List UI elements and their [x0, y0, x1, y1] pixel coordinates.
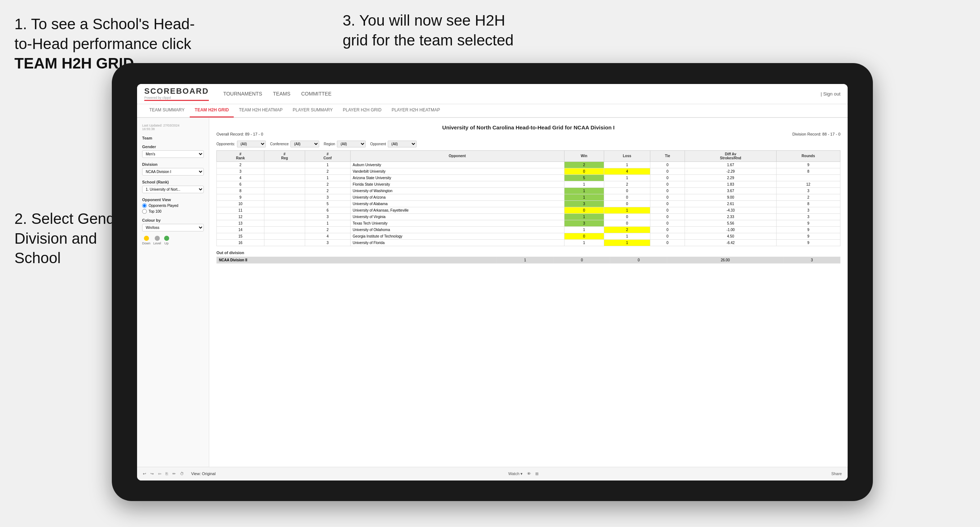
table-row: 12 3 University of Virginia 1 0 0 2.33 3	[217, 213, 840, 220]
cell-diff: 3.67	[685, 187, 776, 194]
opponent-label: Opponent	[370, 142, 386, 146]
level-label: Level	[153, 241, 161, 245]
cell-tie: 0	[650, 187, 685, 194]
tablet-screen: SCOREBOARD Powered by clippd TOURNAMENTS…	[137, 84, 848, 481]
nav-committee[interactable]: COMMITTEE	[301, 89, 331, 98]
cell-conf: 2	[305, 168, 350, 175]
cell-rounds: 12	[776, 181, 840, 187]
cell-reg	[264, 207, 305, 213]
redo-btn[interactable]: ↪	[150, 471, 154, 476]
cell-diff: -6.42	[685, 239, 776, 246]
cell-opponent: Auburn University	[350, 162, 564, 168]
cell-rank: 4	[217, 175, 264, 181]
overall-record: Overall Record: 89 - 17 - 0	[216, 132, 263, 136]
nav-teams[interactable]: TEAMS	[273, 89, 290, 98]
cell-win: 0	[564, 233, 604, 239]
opponent-view-label: Opponent View	[142, 198, 204, 202]
annotation-3: 3. You will now see H2H grid for the tea…	[343, 11, 588, 50]
eye-icon: 👁	[527, 471, 531, 476]
opponent-select[interactable]: (All)	[388, 141, 417, 148]
logo-text: SCOREBOARD	[144, 87, 209, 96]
cell-conf: 3	[305, 239, 350, 246]
nav-tournaments[interactable]: TOURNAMENTS	[223, 89, 262, 98]
gender-select[interactable]: Men's Women's	[142, 150, 204, 158]
cell-diff: 2.61	[685, 200, 776, 207]
col-opponent: Opponent	[350, 150, 564, 162]
cell-loss: 0	[604, 213, 650, 220]
ood-tie: 0	[610, 257, 667, 263]
opponents-select[interactable]: (All)	[237, 141, 266, 148]
share-button[interactable]: Share	[831, 471, 842, 476]
out-of-division-table: NCAA Division II 1 0 0 26.00 3	[216, 257, 840, 264]
ann3-line2: grid for the team selected	[343, 32, 514, 49]
cell-reg	[264, 168, 305, 175]
cell-rounds: 3	[776, 213, 840, 220]
filter-opponents: Opponents: (All)	[216, 141, 266, 148]
table-row: 8 2 University of Washington 1 0 0 3.67 …	[217, 187, 840, 194]
view-label: View: Original	[191, 471, 216, 476]
table-row: 13 1 Texas Tech University 3 0 0 5.56 9	[217, 220, 840, 226]
conference-select[interactable]: (All)	[290, 141, 319, 148]
table-row: 16 3 University of Florida 1 1 0 -6.42 9	[217, 239, 840, 246]
ood-loss: 0	[553, 257, 610, 263]
division-select[interactable]: NCAA Division I NCAA Division II NCAA Di…	[142, 168, 204, 176]
region-label: Region	[323, 142, 335, 146]
tab-player-summary[interactable]: PLAYER SUMMARY	[288, 104, 338, 117]
cell-reg	[264, 200, 305, 207]
division-record: Division Record: 88 - 17 - 0	[792, 132, 840, 136]
cell-diff: 1.83	[685, 181, 776, 187]
cell-win: 1	[564, 194, 604, 200]
cell-tie: 0	[650, 162, 685, 168]
cell-loss: 0	[604, 187, 650, 194]
cell-loss: 2	[604, 226, 650, 233]
cell-conf: 3	[305, 194, 350, 200]
tab-team-h2h-grid[interactable]: TEAM H2H GRID	[190, 104, 234, 117]
cell-rank: 9	[217, 194, 264, 200]
cell-tie: 0	[650, 200, 685, 207]
region-select[interactable]: (All)	[337, 141, 366, 148]
h2h-table: #Rank #Reg #Conf Opponent Win Loss Tie D…	[216, 150, 840, 246]
tab-team-h2h-heatmap[interactable]: TEAM H2H HEATMAP	[234, 104, 288, 117]
table-row: 6 2 Florida State University 1 2 0 1.83 …	[217, 181, 840, 187]
cell-reg	[264, 194, 305, 200]
copy-btn[interactable]: ⎘	[165, 471, 168, 476]
sidebar-team-section: Team	[142, 136, 204, 140]
division-label: Division	[142, 162, 204, 167]
radio-top100[interactable]: Top 100	[142, 209, 204, 214]
ood-division: NCAA Division II	[217, 257, 497, 263]
bottom-toolbar: ↩ ↪ ⇦ ⎘ ✏ ⏱ View: Original Watch ▾ 👁 ⊞ S…	[137, 467, 848, 481]
cell-diff: -2.29	[685, 168, 776, 175]
cell-loss: 1	[604, 233, 650, 239]
down-dot	[144, 236, 149, 241]
cell-tie: 0	[650, 213, 685, 220]
cell-rounds: 9	[776, 220, 840, 226]
cell-win: 1	[564, 181, 604, 187]
filter-region: Region (All)	[323, 141, 366, 148]
cell-rank: 10	[217, 200, 264, 207]
sign-out[interactable]: | Sign out	[821, 91, 840, 97]
clock-btn[interactable]: ⏱	[180, 471, 184, 476]
radio-opponents-played[interactable]: Opponents Played	[142, 203, 204, 208]
back-btn[interactable]: ⇦	[158, 471, 161, 476]
cell-win: 1	[564, 187, 604, 194]
colour-by-select[interactable]: Win/loss	[142, 224, 204, 232]
cell-conf: 2	[305, 187, 350, 194]
team-label: Team	[142, 136, 204, 140]
table-header-row: #Rank #Reg #Conf Opponent Win Loss Tie D…	[217, 150, 840, 162]
watch-button[interactable]: Watch ▾	[508, 471, 523, 476]
grid-icon: ⊞	[535, 471, 539, 476]
undo-btn[interactable]: ↩	[143, 471, 146, 476]
school-select[interactable]: 1. University of Nort...	[142, 186, 204, 193]
col-conf: #Conf	[305, 150, 350, 162]
tab-player-h2h-grid[interactable]: PLAYER H2H GRID	[338, 104, 387, 117]
cell-opponent: University of Arkansas, Fayetteville	[350, 207, 564, 213]
edit-btn[interactable]: ✏	[172, 471, 176, 476]
cell-rounds: 8	[776, 168, 840, 175]
cell-reg	[264, 239, 305, 246]
cell-opponent: Texas Tech University	[350, 220, 564, 226]
up-dot	[164, 236, 169, 241]
tab-player-h2h-heatmap[interactable]: PLAYER H2H HEATMAP	[387, 104, 445, 117]
tab-team-summary[interactable]: TEAM SUMMARY	[144, 104, 190, 117]
logo-sub: Powered by clippd	[144, 96, 209, 100]
cell-conf: 4	[305, 233, 350, 239]
